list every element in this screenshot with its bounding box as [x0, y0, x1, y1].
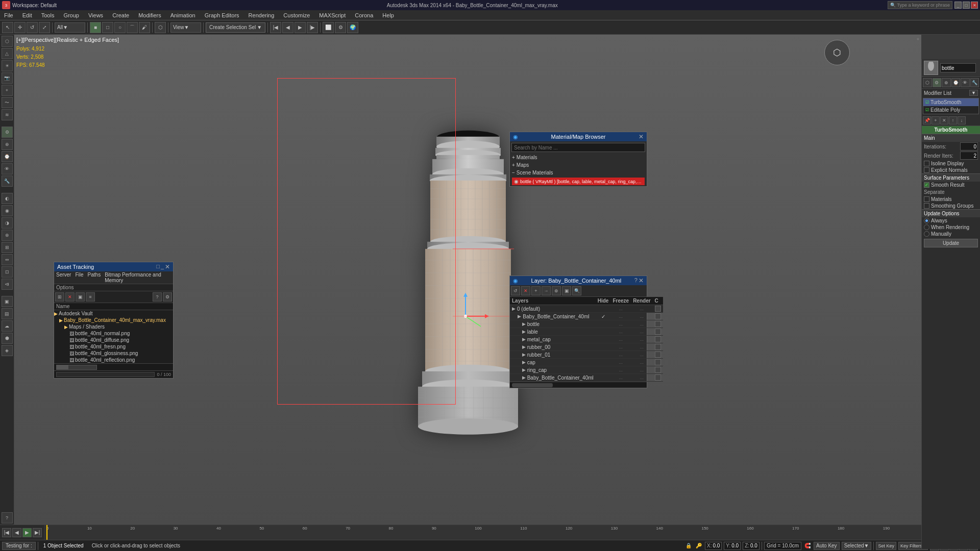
layer-render-cell[interactable]: ... — [631, 351, 652, 359]
layer-hide-cell[interactable] — [596, 336, 611, 343]
layer-render-cell[interactable]: ... — [631, 320, 652, 328]
toolbar-render[interactable]: ⬜ — [323, 22, 334, 33]
menu-edit[interactable]: Edit — [20, 12, 34, 19]
asset-btn-settings[interactable]: ⚙ — [163, 292, 172, 302]
layer-render-cell[interactable]: ... — [631, 313, 652, 320]
asset-tree-item[interactable]: ▶ Maps / Shaders — [54, 323, 173, 330]
toolbar-circle-select[interactable]: ○ — [114, 22, 126, 33]
when-rendering-radio[interactable] — [924, 224, 929, 230]
layer-scrollbar[interactable] — [510, 382, 647, 388]
sidebar-render4[interactable]: ⬢ — [2, 333, 13, 344]
prev-key-btn[interactable]: |◀ — [2, 528, 11, 537]
layer-freeze-cell[interactable]: ... — [610, 320, 631, 328]
layer-row[interactable]: ▶lable ... ... — [510, 328, 663, 336]
create-selection-btn[interactable]: Create Selection Sel ▼ — [206, 22, 265, 33]
play-btn[interactable]: ▶ — [22, 528, 32, 537]
layer-hide-cell[interactable] — [596, 305, 611, 313]
layer-add-btn[interactable]: + — [531, 286, 541, 295]
asset-minimize-btn[interactable]: _ — [161, 263, 164, 270]
asset-btn-help[interactable]: ? — [153, 292, 162, 302]
update-options-header[interactable]: Update Options — [922, 209, 980, 217]
menu-group[interactable]: Group — [61, 12, 81, 19]
asset-menu-paths[interactable]: Paths — [88, 272, 101, 283]
asset-close-btn[interactable]: ✕ — [165, 263, 170, 270]
material-panel-close[interactable]: ✕ — [639, 133, 644, 140]
sidebar-toggle1[interactable]: ◐ — [2, 193, 13, 204]
panel-utilities-icon[interactable]: 🔧 — [970, 78, 979, 87]
prev-frame-btn[interactable]: ◀ — [12, 528, 21, 537]
toolbar-scale[interactable]: ⤢ — [39, 22, 50, 33]
layer-color-cell[interactable] — [653, 313, 663, 320]
asset-tree-item[interactable]: 🖼 bottle_40ml_diffuse.png — [54, 337, 173, 343]
layer-freeze-cell[interactable]: ... — [610, 328, 631, 336]
panel-display-icon[interactable]: 👁 — [961, 78, 970, 87]
menu-create[interactable]: Create — [110, 12, 131, 19]
menu-modifiers[interactable]: Modifiers — [136, 12, 163, 19]
sidebar-render2[interactable]: ▤ — [2, 308, 13, 319]
panel-motion-icon[interactable]: ⌚ — [951, 78, 961, 87]
layer-set-current-btn[interactable]: ⊕ — [552, 286, 561, 295]
menu-help[interactable]: Help — [380, 12, 396, 19]
toolbar-lasso-select[interactable]: ⌒ — [127, 22, 138, 33]
layer-freeze-cell[interactable]: ... — [610, 374, 631, 382]
layer-hide-cell[interactable] — [596, 366, 611, 374]
layer-row[interactable]: ▶rubber_00 ... ... — [510, 343, 663, 351]
layer-hide-cell[interactable] — [596, 359, 611, 366]
menu-views[interactable]: Views — [86, 12, 105, 19]
materials-checkbox[interactable] — [924, 196, 929, 202]
layer-freeze-cell[interactable]: ... — [610, 343, 631, 351]
sidebar-create-spacewarps[interactable]: 〜 — [2, 97, 13, 108]
mod-down-icon[interactable]: ↓ — [958, 116, 966, 124]
layer-render-cell[interactable]: ... — [631, 305, 652, 313]
layer-panel-help[interactable]: ? — [634, 277, 638, 284]
layer-freeze-cell[interactable]: ... — [610, 359, 631, 366]
sidebar-array[interactable]: ⊡ — [2, 266, 13, 278]
layer-row[interactable]: ▶Baby_Bottle_Container_40ml ✓ ... ... — [510, 313, 663, 320]
asset-tree-item[interactable]: ▶ Autodesk Vault — [54, 310, 173, 317]
toolbar-rotate[interactable]: ↺ — [27, 22, 38, 33]
sidebar-hierarchy[interactable]: ⊕ — [2, 139, 13, 150]
layer-hide-cell[interactable] — [596, 351, 611, 359]
layer-row[interactable]: ▶ring_cap ... ... — [510, 366, 663, 374]
layer-color-cell[interactable] — [653, 305, 663, 313]
asset-menu-server[interactable]: Server — [56, 272, 71, 283]
view-dropdown[interactable]: View▼ — [170, 22, 201, 33]
toolbar-box-select[interactable]: □ — [102, 22, 113, 33]
sidebar-toggle3[interactable]: ◑ — [2, 217, 13, 229]
menu-file[interactable]: File — [2, 12, 15, 19]
asset-restore-btn[interactable]: □ — [156, 263, 160, 270]
layer-color-cell[interactable] — [653, 359, 663, 366]
menu-rendering[interactable]: Rendering — [247, 12, 277, 19]
layer-render-cell[interactable]: ... — [631, 366, 652, 374]
toolbar-stop[interactable]: |▶ — [307, 22, 318, 33]
mod-up-icon[interactable]: ↑ — [949, 116, 957, 124]
main-section-header[interactable]: Main — [922, 134, 980, 142]
layer-row[interactable]: ▶Baby_Bottle_Container_40ml ... ... — [510, 374, 663, 382]
filter-dropdown[interactable]: All▼ — [55, 22, 85, 33]
layer-color-cell[interactable] — [653, 351, 663, 359]
layer-row[interactable]: ▶cap ... ... — [510, 359, 663, 366]
sidebar-display[interactable]: 👁 — [2, 163, 13, 174]
explicit-normals-checkbox[interactable] — [924, 167, 929, 173]
sidebar-snap[interactable]: ⊞ — [2, 242, 13, 253]
close-btn[interactable]: ✕ — [971, 2, 978, 9]
layer-freeze-cell[interactable]: ... — [610, 336, 631, 343]
material-search-input[interactable] — [511, 143, 645, 152]
menu-graph-editors[interactable]: Graph Editors — [203, 12, 241, 19]
asset-tree-item[interactable]: ▶ Baby_Bottle_Container_40ml_max_vray.ma… — [54, 317, 173, 323]
layer-render-cell[interactable]: ... — [631, 328, 652, 336]
sidebar-render1[interactable]: ▣ — [2, 296, 13, 307]
layer-render-cell[interactable]: ... — [631, 374, 652, 382]
menu-customize[interactable]: Customize — [281, 12, 312, 19]
smooth-result-checkbox[interactable] — [924, 182, 929, 188]
layer-color-cell[interactable] — [653, 343, 663, 351]
modifier-checkbox[interactable]: ☑ — [925, 100, 929, 105]
layer-hide-cell[interactable] — [596, 343, 611, 351]
layer-hide-cell[interactable] — [596, 374, 611, 382]
sidebar-toggle4[interactable]: ⊗ — [2, 230, 13, 241]
search-box[interactable]: 🔍 Type a keyword or phrase — [888, 1, 952, 9]
layer-row[interactable]: ▶0 (default) ... ... — [510, 305, 663, 313]
sidebar-create-shapes[interactable]: △ — [2, 48, 13, 59]
layer-color-cell[interactable] — [653, 366, 663, 374]
manually-radio[interactable] — [924, 231, 929, 237]
